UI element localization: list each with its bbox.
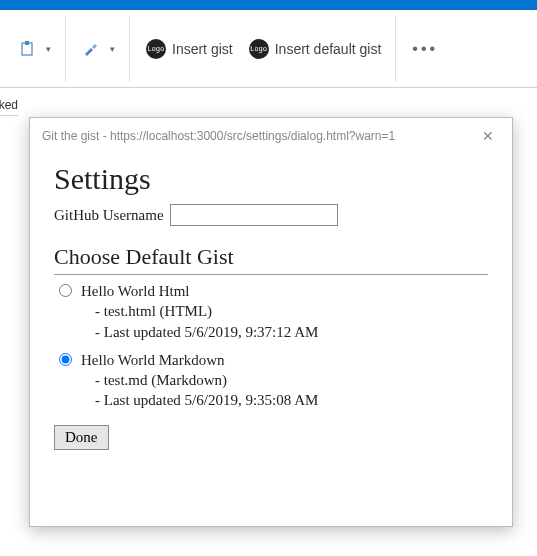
ribbon-dropdown-1[interactable]: ▾ <box>10 35 59 63</box>
insert-default-gist-button[interactable]: Logo Insert default gist <box>241 35 390 63</box>
insert-default-gist-label: Insert default gist <box>275 41 382 57</box>
ribbon-toolbar: ▾ ▾ Logo Insert gist Logo Insert default… <box>0 10 537 88</box>
more-options-button[interactable]: ••• <box>404 34 446 64</box>
logo-icon: Logo <box>146 39 166 59</box>
ribbon-group-gist: Logo Insert gist Logo Insert default gis… <box>132 16 396 82</box>
logo-icon: Logo <box>249 39 269 59</box>
gist-radio[interactable] <box>59 353 72 366</box>
dialog-body: Settings GitHub Username Choose Default … <box>30 154 512 466</box>
gist-list: Hello World Html - test.html (HTML) - La… <box>54 281 488 411</box>
insert-gist-button[interactable]: Logo Insert gist <box>138 35 241 63</box>
dialog-titlebar: Git the gist - https://localhost:3000/sr… <box>30 118 512 154</box>
username-input[interactable] <box>170 204 338 226</box>
window-top-stripe <box>0 0 537 10</box>
username-label: GitHub Username <box>54 207 164 224</box>
gist-option[interactable]: Hello World Markdown - test.md (Markdown… <box>54 350 488 411</box>
gist-updated-line: - Last updated 5/6/2019, 9:37:12 AM <box>81 322 318 342</box>
gist-title: Hello World Html <box>81 281 318 301</box>
settings-heading: Settings <box>54 162 488 196</box>
close-icon[interactable]: ✕ <box>476 126 500 146</box>
gist-title: Hello World Markdown <box>81 350 318 370</box>
choose-default-heading: Choose Default Gist <box>54 244 488 275</box>
gist-updated-line: - Last updated 5/6/2019, 9:35:08 AM <box>81 390 318 410</box>
ribbon-group-more: ••• <box>398 16 452 82</box>
gist-lines: Hello World Html - test.html (HTML) - La… <box>81 281 318 342</box>
username-row: GitHub Username <box>54 204 488 226</box>
gist-option[interactable]: Hello World Html - test.html (HTML) - La… <box>54 281 488 342</box>
ribbon-dropdown-2[interactable]: ▾ <box>74 35 123 63</box>
signature-icon <box>82 39 102 59</box>
gist-file-line: - test.md (Markdown) <box>81 370 318 390</box>
chevron-down-icon: ▾ <box>46 44 51 54</box>
partial-left-text: ked <box>0 98 18 116</box>
insert-gist-label: Insert gist <box>172 41 233 57</box>
settings-dialog: Git the gist - https://localhost:3000/sr… <box>29 117 513 527</box>
svg-rect-1 <box>25 41 29 45</box>
chevron-down-icon: ▾ <box>110 44 115 54</box>
gist-lines: Hello World Markdown - test.md (Markdown… <box>81 350 318 411</box>
done-button[interactable]: Done <box>54 425 109 450</box>
ribbon-group-2: ▾ <box>68 16 130 82</box>
attach-icon <box>18 39 38 59</box>
ribbon-group-1: ▾ <box>4 16 66 82</box>
gist-file-line: - test.html (HTML) <box>81 301 318 321</box>
dialog-title: Git the gist - https://localhost:3000/sr… <box>42 129 395 143</box>
gist-radio[interactable] <box>59 284 72 297</box>
